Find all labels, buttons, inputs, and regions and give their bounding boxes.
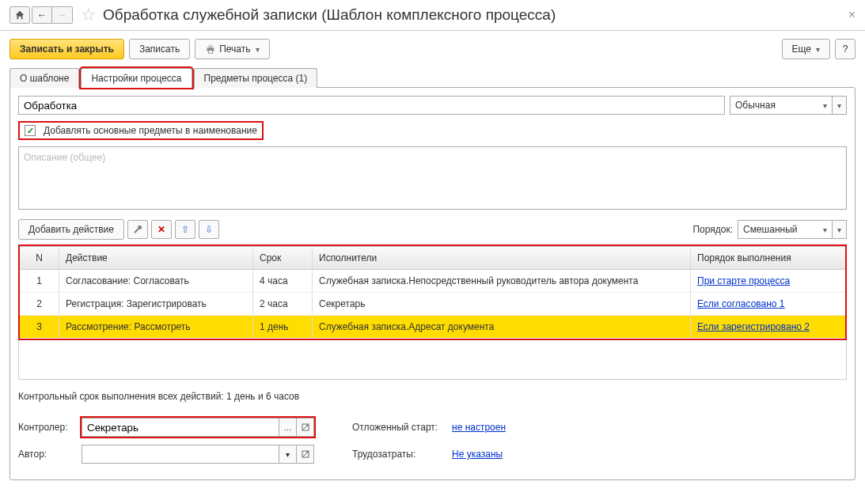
author-label: Автор: — [18, 449, 75, 460]
delayed-start-link[interactable]: не настроен — [452, 422, 506, 433]
back-button[interactable]: ← — [32, 6, 52, 24]
close-icon[interactable]: × — [848, 8, 856, 22]
add-subjects-label: Добавлять основные предметы в наименован… — [44, 125, 257, 136]
favorite-star-icon[interactable]: ☆ — [81, 5, 97, 25]
author-input[interactable] — [82, 445, 279, 464]
controller-label: Контролер: — [18, 422, 75, 433]
total-term-summary: Контрольный срок выполнения всех действи… — [18, 391, 847, 402]
tab-subjects[interactable]: Предметы процесса (1) — [194, 68, 318, 88]
controller-field-wrapper: … — [82, 418, 314, 437]
more-button[interactable]: Еще — [782, 39, 830, 59]
labor-link[interactable]: Не указаны — [452, 449, 503, 460]
cell-action: Согласование: Согласовать — [59, 270, 253, 292]
save-close-button[interactable]: Записать и закрыть — [9, 39, 124, 59]
cell-order: Если согласовано 1 — [691, 293, 845, 315]
author-dropdown-button[interactable]: ▾ — [279, 445, 297, 464]
svg-rect-2 — [209, 51, 213, 54]
settings-icon-button[interactable] — [127, 220, 148, 239]
cell-n: 3 — [20, 316, 59, 338]
author-field-wrapper: ▾ — [82, 445, 314, 464]
th-n: N — [20, 247, 59, 269]
table-row[interactable]: 1 Согласование: Согласовать 4 часа Служе… — [20, 270, 845, 293]
order-value: Смешанный — [743, 224, 797, 235]
controller-open-button[interactable] — [297, 418, 314, 437]
window-title: Обработка служебной записки (Шаблон комп… — [103, 6, 556, 24]
table-header: N Действие Срок Исполнители Порядок выпо… — [20, 246, 845, 270]
table-row[interactable]: 2 Регистрация: Зарегистрировать 2 часа С… — [20, 293, 845, 316]
th-order: Порядок выполнения — [691, 247, 845, 269]
th-executors: Исполнители — [313, 247, 691, 269]
print-label: Печать — [219, 44, 250, 55]
open-icon — [302, 450, 309, 458]
titlebar: ← → ☆ Обработка служебной записки (Шабло… — [0, 0, 865, 31]
cell-executors: Служебная записка.Адресат документа — [313, 316, 691, 338]
page-content: Обычная ▾ ✓ Добавлять основные предметы … — [9, 87, 856, 480]
cell-action: Регистрация: Зарегистрировать — [59, 293, 253, 315]
forward-button[interactable]: → — [52, 6, 73, 24]
cell-n: 2 — [20, 293, 59, 315]
cell-order: При старте процесса — [691, 270, 845, 292]
help-button[interactable]: ? — [835, 39, 856, 59]
cell-executors: Служебная записка.Непосредственный руков… — [313, 270, 691, 292]
add-subjects-checkbox[interactable]: ✓ — [25, 125, 36, 136]
actions-table: N Действие Срок Исполнители Порядок выпо… — [18, 244, 847, 340]
add-action-button[interactable]: Добавить действие — [18, 219, 124, 240]
order-dropdown-icon[interactable]: ▾ — [833, 220, 847, 239]
controller-select-button[interactable]: … — [279, 418, 297, 437]
importance-dropdown-icon[interactable]: ▾ — [833, 96, 847, 115]
move-up-button[interactable]: ⇧ — [175, 220, 195, 239]
cell-order: Если зарегистрировано 2 — [691, 316, 845, 338]
labor-label: Трудозатраты: — [352, 449, 447, 460]
svg-rect-1 — [209, 45, 213, 48]
home-button[interactable] — [9, 6, 30, 24]
open-icon — [302, 423, 309, 431]
order-link[interactable]: Если зарегистрировано 2 — [697, 321, 810, 332]
delete-icon-button[interactable]: ✕ — [151, 220, 172, 239]
printer-icon — [205, 44, 216, 55]
importance-value: Обычная — [735, 100, 776, 111]
cell-term: 1 день — [253, 316, 313, 338]
order-link[interactable]: При старте процесса — [697, 275, 790, 286]
table-row[interactable]: 3 Рассмотрение: Рассмотреть 1 день Служе… — [20, 316, 845, 339]
main-toolbar: Записать и закрыть Записать Печать Еще ? — [0, 31, 865, 67]
add-subjects-checkbox-row: ✓ Добавлять основные предметы в наименов… — [18, 121, 264, 140]
th-action: Действие — [59, 247, 253, 269]
delayed-start-label: Отложенный старт: — [352, 422, 447, 433]
order-select[interactable]: Смешанный — [738, 220, 833, 239]
th-term: Срок — [253, 247, 313, 269]
wrench-icon — [132, 224, 143, 235]
cell-n: 1 — [20, 270, 59, 292]
controller-input[interactable] — [82, 418, 279, 437]
tabs: О шаблоне Настройки процесса Предметы пр… — [0, 67, 865, 87]
order-link[interactable]: Если согласовано 1 — [697, 298, 785, 309]
cell-executors: Секретарь — [313, 293, 691, 315]
tab-about[interactable]: О шаблоне — [9, 68, 79, 88]
author-open-button[interactable] — [297, 445, 314, 464]
cell-action: Рассмотрение: Рассмотреть — [59, 316, 253, 338]
tab-process-settings[interactable]: Настройки процесса — [81, 68, 192, 88]
move-down-button[interactable]: ⇩ — [199, 220, 219, 239]
cell-term: 4 часа — [253, 270, 313, 292]
print-button[interactable]: Печать — [195, 39, 269, 59]
importance-select[interactable]: Обычная — [730, 96, 833, 115]
save-button[interactable]: Записать — [129, 39, 190, 59]
order-label: Порядок: — [692, 224, 733, 235]
actions-toolbar: Добавить действие ✕ ⇧ ⇩ Порядок: Смешанн… — [18, 219, 847, 240]
cell-term: 2 часа — [253, 293, 313, 315]
name-input[interactable] — [18, 96, 725, 115]
description-textarea[interactable]: Описание (общее) — [18, 146, 847, 210]
